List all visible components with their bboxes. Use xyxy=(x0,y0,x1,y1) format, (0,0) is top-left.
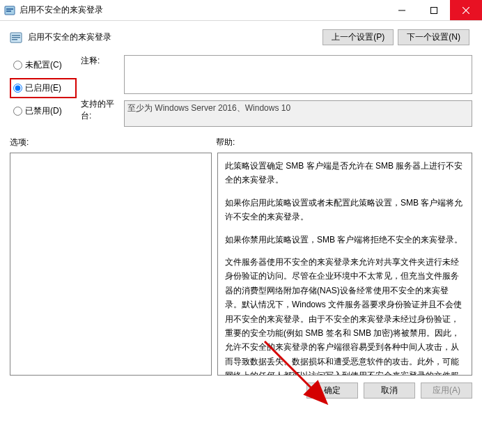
ok-button[interactable]: 确定 xyxy=(306,383,358,399)
radio-disabled-label: 已禁用(D) xyxy=(25,105,62,117)
svg-rect-8 xyxy=(12,35,20,36)
radio-not-configured-input[interactable] xyxy=(13,61,22,70)
cancel-button[interactable]: 取消 xyxy=(364,383,415,399)
svg-rect-1 xyxy=(6,8,13,10)
window-title: 启用不安全的来宾登录 xyxy=(20,4,103,16)
radio-disabled-input[interactable] xyxy=(13,107,22,116)
comment-textarea[interactable] xyxy=(124,55,472,94)
panes: 此策略设置确定 SMB 客户端是否允许在 SMB 服务器上进行不安全的来宾登录。… xyxy=(0,153,482,376)
next-setting-button[interactable]: 下一个设置(N) xyxy=(398,29,469,45)
previous-setting-button[interactable]: 上一个设置(P) xyxy=(322,29,394,45)
help-label: 帮助: xyxy=(216,137,235,148)
config-area: 未配置(C) 已启用(E) 已禁用(D) 注释: 支持的平台: 至少为 Wind… xyxy=(0,51,482,127)
fields-col: 至少为 Windows Server 2016、Windows 10 xyxy=(124,55,472,127)
options-pane xyxy=(10,153,212,376)
radio-not-configured-label: 未配置(C) xyxy=(25,59,62,71)
help-pane[interactable]: 此策略设置确定 SMB 客户端是否允许在 SMB 服务器上进行不安全的来宾登录。… xyxy=(217,153,472,376)
platform-label: 支持的平台: xyxy=(81,98,120,122)
section-labels: 选项: 帮助: xyxy=(0,127,482,153)
titlebar: 启用不安全的来宾登录 xyxy=(0,0,482,21)
maximize-button[interactable] xyxy=(418,0,450,20)
radio-enabled-label: 已启用(E) xyxy=(25,82,61,94)
options-label: 选项: xyxy=(10,137,216,148)
svg-rect-2 xyxy=(6,10,11,12)
help-paragraph: 文件服务器使用不安全的来宾登录来允许对共享文件夹进行未经身份验证的访问。尽管在企… xyxy=(225,255,465,376)
help-paragraph: 此策略设置确定 SMB 客户端是否允许在 SMB 服务器上进行不安全的来宾登录。 xyxy=(225,159,465,187)
comment-label: 注释: xyxy=(81,55,120,98)
radio-enabled-input[interactable] xyxy=(13,84,22,93)
radio-disabled[interactable]: 已禁用(D) xyxy=(10,101,77,121)
header-row: 启用不安全的来宾登录 上一个设置(P) 下一个设置(N) xyxy=(0,21,482,51)
radio-enabled[interactable]: 已启用(E) xyxy=(10,78,77,98)
apply-button[interactable]: 应用(A) xyxy=(421,383,472,399)
svg-rect-9 xyxy=(12,37,20,38)
svg-rect-4 xyxy=(431,7,437,13)
policy-title: 启用不安全的来宾登录 xyxy=(28,31,111,43)
state-radio-group: 未配置(C) 已启用(E) 已禁用(D) xyxy=(10,55,77,124)
svg-rect-10 xyxy=(12,39,17,40)
supported-platform-box: 至少为 Windows Server 2016、Windows 10 xyxy=(124,100,472,127)
close-button[interactable] xyxy=(450,0,482,20)
field-labels-col: 注释: 支持的平台: xyxy=(81,55,120,122)
policy-icon xyxy=(10,31,22,44)
footer: 确定 取消 应用(A) xyxy=(0,376,482,405)
app-icon xyxy=(4,5,15,16)
window-controls xyxy=(386,0,482,20)
help-paragraph: 如果你启用此策略设置或者未配置此策略设置，SMB 客户端将允许不安全的来宾登录。 xyxy=(225,196,465,224)
radio-not-configured[interactable]: 未配置(C) xyxy=(10,55,77,75)
help-paragraph: 如果你禁用此策略设置，SMB 客户端将拒绝不安全的来宾登录。 xyxy=(225,233,465,247)
minimize-button[interactable] xyxy=(386,0,418,20)
